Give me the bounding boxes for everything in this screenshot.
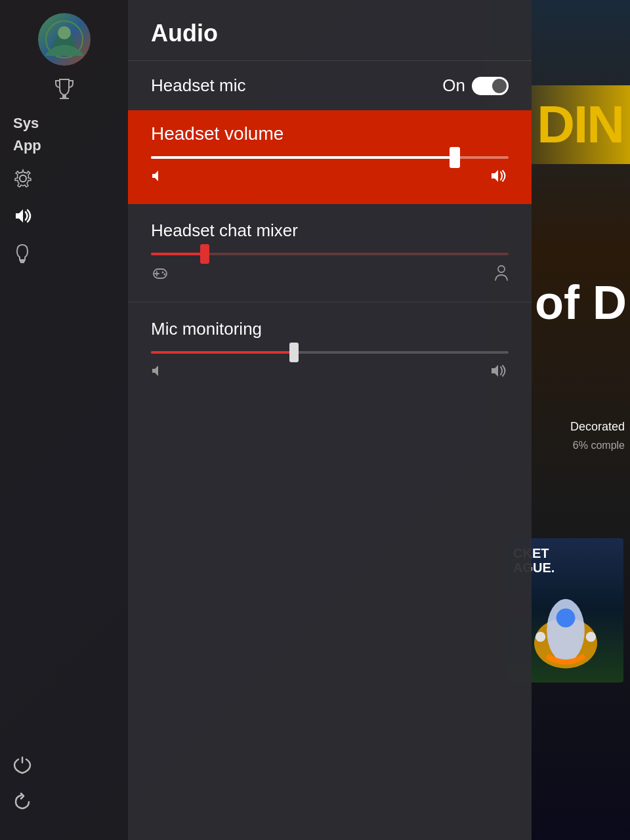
speaker-low-mic-icon xyxy=(151,364,165,377)
headset-mic-toggle-group: On xyxy=(442,75,509,96)
panel-header: Audio xyxy=(128,0,532,61)
volume-track-fill xyxy=(151,156,455,159)
sidebar-item-refresh[interactable] xyxy=(0,784,128,820)
mixer-thumb[interactable] xyxy=(200,244,209,264)
headset-chat-mixer-section: Headset chat mixer xyxy=(128,204,532,303)
controller-svg xyxy=(151,266,169,280)
power-icon xyxy=(13,756,32,774)
volume-min-icon xyxy=(151,169,165,186)
svg-rect-8 xyxy=(60,98,69,99)
headset-chat-mixer-label: Headset chat mixer xyxy=(151,220,509,241)
lightbulb-icon xyxy=(13,243,32,263)
headset-chat-mixer-slider[interactable] xyxy=(151,253,509,255)
app-label: App xyxy=(0,137,41,154)
sidebar: Sys App xyxy=(0,0,128,840)
mixer-track-fill xyxy=(151,253,205,255)
toggle-on-text: On xyxy=(442,75,465,96)
gear-icon xyxy=(13,169,33,188)
speaker-high-mic-icon xyxy=(490,363,509,379)
refresh-icon xyxy=(13,793,32,811)
trophy-icon xyxy=(51,75,77,102)
game-controller-icon xyxy=(151,266,169,284)
headset-mic-row: Headset mic On xyxy=(128,61,532,110)
svg-point-3 xyxy=(536,632,545,642)
mixer-icons xyxy=(151,264,509,285)
svg-point-17 xyxy=(498,266,505,272)
svg-point-2 xyxy=(556,608,576,627)
svg-rect-7 xyxy=(62,95,66,98)
mic-monitoring-slider[interactable] xyxy=(151,351,509,354)
speaker-low-icon xyxy=(151,169,165,182)
page-title: Audio xyxy=(151,20,509,47)
svg-point-6 xyxy=(58,26,71,39)
avatar[interactable] xyxy=(38,13,91,66)
mic-icons xyxy=(151,363,509,383)
svg-point-16 xyxy=(164,274,166,276)
volume-thumb[interactable] xyxy=(450,147,460,168)
volume-max-icon xyxy=(490,168,509,188)
mic-track-fill xyxy=(151,351,294,354)
audio-icon xyxy=(13,207,34,225)
avatar-image xyxy=(45,20,84,59)
svg-point-4 xyxy=(586,632,596,642)
mic-monitoring-section: Mic monitoring xyxy=(128,303,532,399)
trophy-svg xyxy=(54,78,74,99)
sys-label: Sys xyxy=(0,115,39,132)
person-icon xyxy=(494,264,509,285)
svg-point-9 xyxy=(20,175,26,182)
mic-monitoring-label: Mic monitoring xyxy=(151,319,509,339)
main-panel: Audio Headset mic On Headset volume xyxy=(128,0,532,840)
person-svg xyxy=(494,264,509,282)
headset-volume-label: Headset volume xyxy=(151,123,509,144)
sidebar-item-settings[interactable] xyxy=(0,159,128,198)
speaker-high-icon xyxy=(490,168,509,184)
sidebar-item-power[interactable] xyxy=(0,747,128,784)
bg-din-text: DIN xyxy=(537,98,623,151)
svg-point-15 xyxy=(162,272,164,274)
headset-volume-section: Headset volume xyxy=(128,110,532,204)
mic-thumb[interactable] xyxy=(289,343,299,362)
sidebar-item-audio[interactable] xyxy=(0,198,128,234)
sidebar-item-hints[interactable] xyxy=(0,234,128,272)
headset-mic-label: Headset mic xyxy=(151,75,246,96)
headset-mic-toggle[interactable] xyxy=(472,77,509,95)
toggle-knob xyxy=(492,79,507,93)
mic-max-icon xyxy=(490,363,509,383)
headset-volume-slider[interactable] xyxy=(151,156,509,159)
mic-min-icon xyxy=(151,364,165,381)
volume-icons xyxy=(151,168,509,188)
